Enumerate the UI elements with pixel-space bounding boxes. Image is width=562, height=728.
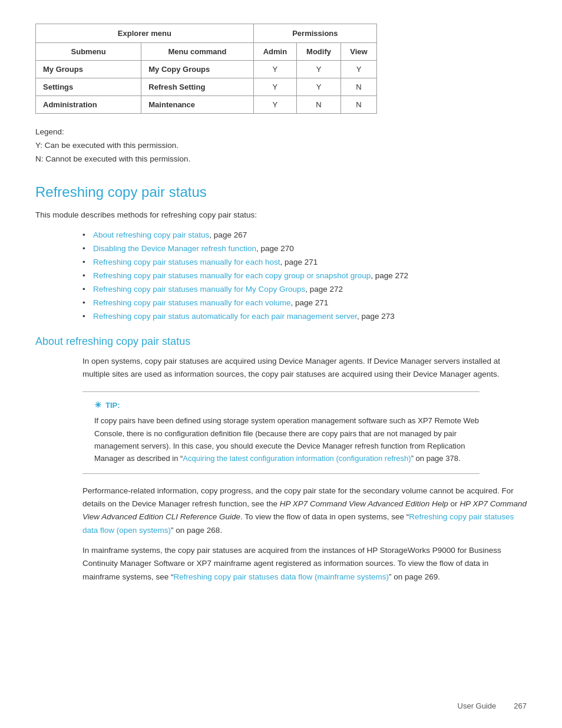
bullet-link-5[interactable]: Refreshing copy pair statuses manually f… <box>93 298 290 307</box>
bullet-link-3[interactable]: Refreshing copy pair statuses manually f… <box>93 271 371 280</box>
list-item: Refreshing copy pair statuses manually f… <box>82 256 527 269</box>
view-cell: N <box>341 96 377 114</box>
list-item: Refreshing copy pair statuses manually f… <box>82 283 527 297</box>
permissions-table: Explorer menu Permissions Submenu Menu c… <box>35 24 377 114</box>
bullet-link-6[interactable]: Refreshing copy pair status automaticall… <box>93 312 357 321</box>
submenu-cell: Administration <box>36 96 141 114</box>
view-header: View <box>341 43 377 61</box>
about-para3: In mainframe systems, the copy pair stat… <box>82 544 527 584</box>
admin-cell: Y <box>253 96 296 114</box>
submenu-header: Submenu <box>36 43 141 61</box>
para2-text-3: . To view the flow of data in open syste… <box>240 512 409 521</box>
legend-label: Legend: <box>35 126 527 139</box>
main-intro: This module describes methods for refres… <box>35 209 527 222</box>
legend-n: N: Cannot be executed with this permissi… <box>35 153 527 166</box>
submenu-cell: Settings <box>36 78 141 96</box>
list-item: Refreshing copy pair status automaticall… <box>82 310 527 324</box>
para3-link[interactable]: Refreshing copy pair statuses data flow … <box>174 572 389 581</box>
view-cell: Y <box>341 61 377 78</box>
bullet-list: About refreshing copy pair status, page … <box>82 229 527 324</box>
list-item: Refreshing copy pair statuses manually f… <box>82 269 527 283</box>
bullet-link-4[interactable]: Refreshing copy pair statuses manually f… <box>93 285 305 294</box>
bullet-link-0[interactable]: About refreshing copy pair status <box>93 230 209 239</box>
list-item: Refreshing copy pair statuses manually f… <box>82 297 527 310</box>
submenu-cell: My Groups <box>36 61 141 78</box>
modify-cell: N <box>297 96 341 114</box>
admin-cell: Y <box>253 61 296 78</box>
legend-y: Y: Can be executed with this permission. <box>35 139 527 153</box>
tip-icon: ☀ <box>94 400 102 410</box>
main-section-heading: Refreshing copy pair status <box>35 184 527 200</box>
legend-section: Legend: Y: Can be executed with this per… <box>35 126 527 166</box>
bullet-link-1[interactable]: Disabling the Device Manager refresh fun… <box>93 244 256 253</box>
modify-header: Modify <box>297 43 341 61</box>
para2-text-2: or <box>448 499 460 508</box>
menu-command-cell: Refresh Setting <box>141 78 253 96</box>
footer-label: User Guide <box>458 701 497 710</box>
page-footer: User Guide 267 <box>458 701 527 710</box>
menu-command-cell: Maintenance <box>141 96 253 114</box>
tip-link[interactable]: Acquiring the latest configuration infor… <box>183 454 411 463</box>
admin-header: Admin <box>253 43 296 61</box>
footer-page: 267 <box>514 701 527 710</box>
about-intro-para: In open systems, copy pair statuses are … <box>82 355 527 381</box>
about-para2: Performance-related information, copy pr… <box>82 485 527 537</box>
tip-text-2: ” on page 378. <box>411 454 461 463</box>
about-section-heading: About refreshing copy pair status <box>35 335 527 348</box>
menu-command-cell: My Copy Groups <box>141 61 253 78</box>
para2-italic1: HP XP7 Command View Advanced Edition Hel… <box>280 499 448 508</box>
menu-command-header: Menu command <box>141 43 253 61</box>
tip-text: If copy pairs have been defined using st… <box>94 414 480 465</box>
view-cell: N <box>341 78 377 96</box>
admin-cell: Y <box>253 78 296 96</box>
tip-box: ☀ TIP: If copy pairs have been defined u… <box>82 391 480 474</box>
explorer-menu-header: Explorer menu <box>36 24 254 43</box>
permissions-header: Permissions <box>253 24 376 43</box>
bullet-link-2[interactable]: Refreshing copy pair statuses manually f… <box>93 258 280 266</box>
list-item: Disabling the Device Manager refresh fun… <box>82 242 527 256</box>
table-row: Administration Maintenance Y N N <box>36 96 377 114</box>
tip-label-text: TIP: <box>105 401 120 410</box>
modify-cell: Y <box>297 61 341 78</box>
table-row: Settings Refresh Setting Y Y N <box>36 78 377 96</box>
para2-text-4: ” on page 268. <box>171 526 222 535</box>
modify-cell: Y <box>297 78 341 96</box>
list-item: About refreshing copy pair status, page … <box>82 229 527 242</box>
tip-label: ☀ TIP: <box>94 400 480 410</box>
table-row: My Groups My Copy Groups Y Y Y <box>36 61 377 78</box>
para3-text-2: ” on page 269. <box>389 572 440 581</box>
